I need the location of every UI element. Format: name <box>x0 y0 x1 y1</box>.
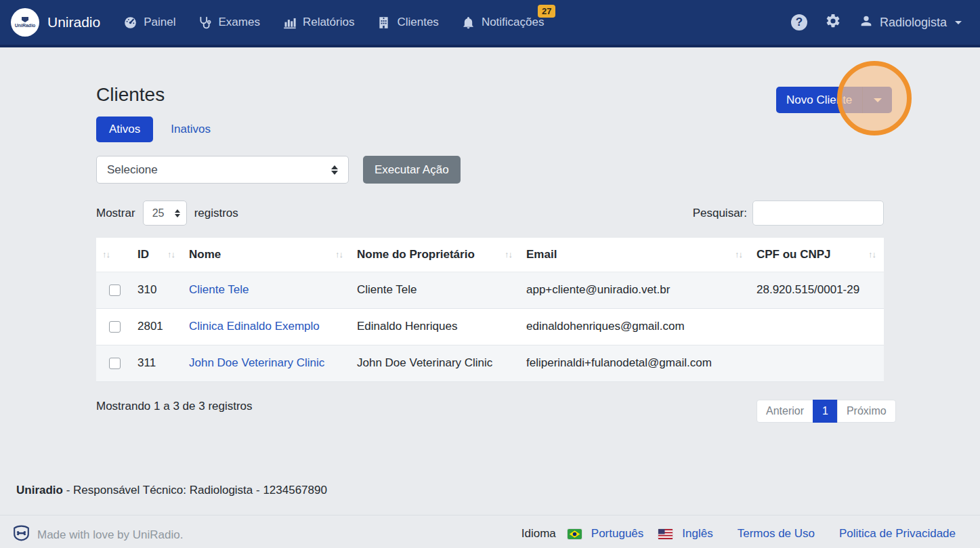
user-name: Radiologista <box>880 16 947 30</box>
page-title: Clientes <box>96 84 165 106</box>
table-row: 2801 Clinica Edinaldo Exemplo Edinaldo H… <box>96 308 884 345</box>
row-checkbox[interactable] <box>109 284 121 296</box>
footer-divider <box>0 515 980 515</box>
help-icon[interactable]: ? <box>791 14 807 30</box>
search-input[interactable] <box>752 201 884 226</box>
status-tabs: Ativos Inativos <box>96 117 211 142</box>
notifications-badge: 27 <box>538 5 555 18</box>
table-header-row: ID Nome Nome do Proprietário Email CPF o… <box>96 238 884 272</box>
search-label: Pesquisar: <box>693 207 747 220</box>
row-checkbox[interactable] <box>109 358 121 369</box>
made-with-love: Made with love by UniRadio. <box>12 525 183 545</box>
client-link[interactable]: Cliente Tele <box>189 283 249 296</box>
table-row: 311 John Doe Veterinary Clinic John Doe … <box>96 345 884 381</box>
sort-icon <box>167 249 175 259</box>
cell-cpf: 28.920.515/0001-29 <box>750 272 884 308</box>
pagination-page-1[interactable]: 1 <box>813 400 838 423</box>
search-control: Pesquisar: <box>693 201 884 226</box>
page-length-control: Mostrar 25 registros <box>96 201 238 226</box>
cell-proprietario: Cliente Tele <box>351 272 520 308</box>
clients-table: ID Nome Nome do Proprietário Email CPF o… <box>96 238 884 382</box>
footer-links-bar: Idioma Português Inglês Termos de Uso Po… <box>521 527 956 541</box>
nav-right-cluster: ? Radiologista <box>791 13 962 32</box>
cell-cpf <box>750 345 884 381</box>
header-nome[interactable]: Nome <box>183 238 351 272</box>
bar-chart-icon <box>282 16 297 30</box>
app-window: UniRadio Uniradio Painel Exames <box>0 0 980 548</box>
length-label-after: registros <box>194 207 238 220</box>
brand[interactable]: UniRadio Uniradio <box>11 8 100 37</box>
top-navbar: UniRadio Uniradio Painel Exames <box>0 0 980 47</box>
nav-item-label: Relatórios <box>303 16 355 29</box>
cell-proprietario: John Doe Veterinary Clinic <box>351 345 520 381</box>
footer-company: Uniradio <box>16 484 63 497</box>
nav-item-painel[interactable]: Painel <box>123 16 175 30</box>
made-with-text: Made with love by UniRadio. <box>37 528 183 542</box>
page-length-select[interactable]: 25 <box>143 201 187 226</box>
brazil-flag-icon[interactable] <box>568 529 582 539</box>
row-checkbox[interactable] <box>109 321 121 333</box>
page-length-value: 25 <box>152 207 165 219</box>
client-link[interactable]: John Doe Veterinary Clinic <box>189 356 324 369</box>
uniradio-logo: UniRadio <box>11 8 39 37</box>
pagination-previous[interactable]: Anterior <box>757 400 813 423</box>
bulk-action-row: Selecione Executar Ação <box>96 156 461 184</box>
nav-item-label: Clientes <box>397 16 438 29</box>
brand-name: Uniradio <box>47 14 100 30</box>
link-ingles[interactable]: Inglês <box>682 527 712 541</box>
length-label-before: Mostrar <box>96 207 135 220</box>
cell-cpf <box>750 308 884 345</box>
link-termos[interactable]: Termos de Uso <box>738 527 815 541</box>
header-cpf[interactable]: CPF ou CNPJ <box>750 238 884 272</box>
stethoscope-icon <box>198 16 212 30</box>
nav-item-label: Exames <box>218 16 259 29</box>
execute-action-button[interactable]: Executar Ação <box>363 156 461 184</box>
client-link[interactable]: Clinica Edinaldo Exemplo <box>189 320 320 333</box>
usa-flag-icon[interactable] <box>658 529 673 539</box>
header-select-column[interactable] <box>96 238 131 272</box>
footer-details: - Responsável Técnico: Radiologista - 12… <box>63 484 327 497</box>
link-portugues[interactable]: Português <box>591 527 644 541</box>
nav-menu: Painel Exames Relatórios Clientes <box>123 16 544 30</box>
action-select-value: Selecione <box>107 163 158 177</box>
nav-item-relatorios[interactable]: Relatórios <box>282 16 355 30</box>
cell-email: app+cliente@uniradio.vet.br <box>520 272 750 308</box>
select-arrows-icon <box>331 165 338 175</box>
sort-icon <box>102 249 110 259</box>
header-email[interactable]: Email <box>520 238 750 272</box>
bell-icon <box>461 16 475 30</box>
sort-icon <box>335 249 343 259</box>
user-menu[interactable]: Radiologista <box>859 14 962 32</box>
nav-item-notificacoes[interactable]: Notificações 27 <box>461 16 545 30</box>
hospital-icon <box>377 16 391 30</box>
select-arrows-icon <box>175 209 180 217</box>
cell-email: edinaldohenriques@gmail.com <box>520 308 750 345</box>
technical-responsible-line: Uniradio - Responsável Técnico: Radiolog… <box>16 484 327 497</box>
cell-email: feliperinaldi+fulanodetal@gmail.com <box>520 345 750 381</box>
tab-inativos[interactable]: Inativos <box>171 123 211 136</box>
nav-item-exames[interactable]: Exames <box>198 16 259 30</box>
user-icon <box>859 14 874 32</box>
cell-proprietario: Edinaldo Henriques <box>351 308 520 345</box>
action-select[interactable]: Selecione <box>96 156 349 184</box>
gear-icon[interactable] <box>825 13 841 32</box>
pagination-next[interactable]: Próximo <box>837 400 896 423</box>
table-row: 310 Cliente Tele Cliente Tele app+client… <box>96 272 884 308</box>
tab-ativos[interactable]: Ativos <box>96 117 153 142</box>
click-highlight-annotation <box>837 61 912 135</box>
tachometer-icon <box>123 16 137 30</box>
nav-item-label: Painel <box>144 16 175 29</box>
header-id[interactable]: ID <box>131 238 183 272</box>
pagination: Anterior 1 Próximo <box>757 400 896 423</box>
cell-id: 2801 <box>131 308 183 345</box>
header-proprietario[interactable]: Nome do Proprietário <box>351 238 520 272</box>
bone-shield-icon <box>12 525 30 545</box>
logo-shield-icon <box>22 17 28 22</box>
nav-item-label: Notificações <box>482 16 545 29</box>
nav-item-clientes[interactable]: Clientes <box>377 16 438 30</box>
cell-id: 310 <box>131 272 183 308</box>
table-info: Mostrando 1 a 3 de 3 registros <box>96 400 253 413</box>
language-label: Idioma <box>521 527 556 541</box>
link-privacidade[interactable]: Politica de Privacidade <box>839 527 956 541</box>
cell-id: 311 <box>131 345 183 381</box>
